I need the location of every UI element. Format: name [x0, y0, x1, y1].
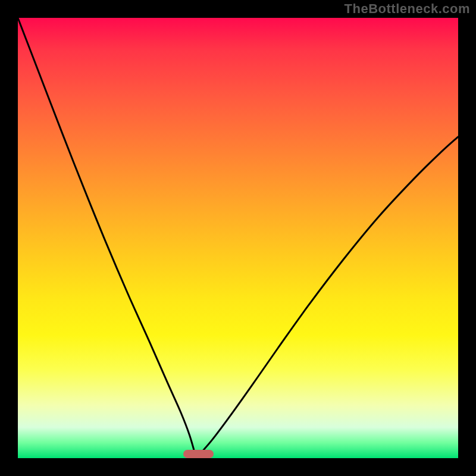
watermark-text: TheBottleneck.com	[345, 1, 470, 17]
right-curve	[196, 137, 458, 458]
plot-area	[18, 18, 458, 458]
optimum-marker	[183, 450, 214, 458]
chart-container: TheBottleneck.com	[0, 0, 476, 476]
left-curve	[18, 18, 196, 458]
curves-layer	[18, 18, 458, 458]
